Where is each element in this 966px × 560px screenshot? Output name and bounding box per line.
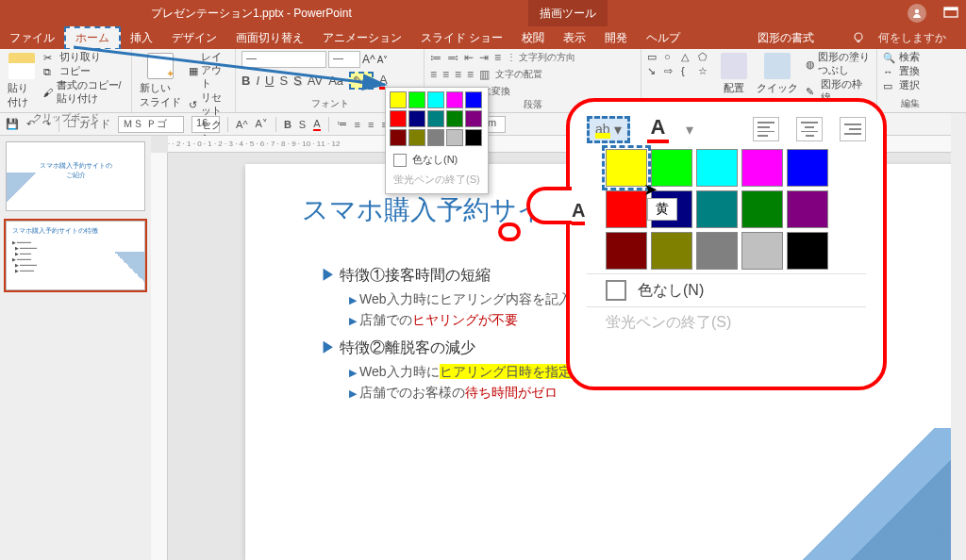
align-left-button[interactable]: ≡ xyxy=(430,68,437,81)
qat-grow-font[interactable]: A^ xyxy=(236,119,248,130)
shrink-font-icon[interactable]: A˅ xyxy=(377,55,389,65)
tab-review[interactable]: 校閲 xyxy=(512,30,554,46)
color-swatch[interactable] xyxy=(427,110,444,127)
no-color-option-zoom[interactable]: 色なし(N) xyxy=(587,273,866,306)
cut-button[interactable]: ✂切り取り xyxy=(43,51,125,64)
change-case-button[interactable]: Aa xyxy=(328,74,343,88)
color-swatch[interactable] xyxy=(390,91,407,108)
slide-thumbnail-1[interactable]: 1 スマホ購入予約サイトの ご紹介 xyxy=(6,141,145,211)
ribbon-display-icon[interactable] xyxy=(943,7,958,21)
slide-thumbnail-2[interactable]: 2 スマホ購入予約サイトの特徴 ▶ ━━━━━ ▶ ━━━━━━ ▶ ━━━━▶… xyxy=(6,221,145,290)
color-swatch[interactable] xyxy=(651,149,692,187)
stop-highlight-option[interactable]: 蛍光ペンの終了(S) xyxy=(390,170,484,189)
shape-fill-button[interactable]: ◍図形の塗りつぶし xyxy=(806,51,871,77)
color-swatch[interactable] xyxy=(408,110,425,127)
tab-view[interactable]: 表示 xyxy=(554,30,595,46)
numbering-button[interactable]: ≕ xyxy=(447,51,458,64)
format-painter-button[interactable]: 🖌書式のコピー/貼り付け xyxy=(43,79,125,106)
color-swatch[interactable] xyxy=(741,232,783,270)
color-swatch[interactable] xyxy=(696,232,738,270)
color-swatch[interactable] xyxy=(651,232,692,270)
qat-align[interactable]: ≡ xyxy=(355,119,360,130)
align-left-zoom[interactable] xyxy=(753,117,779,141)
tab-home[interactable]: ホーム xyxy=(64,26,121,50)
shapes-gallery[interactable]: ▭○△⬠ ↘⇨{☆ xyxy=(647,51,713,77)
indent-inc-button[interactable]: ⇥ xyxy=(479,51,489,64)
font-size-combo[interactable]: — xyxy=(328,51,360,68)
color-swatch[interactable] xyxy=(741,190,783,228)
color-swatch[interactable] xyxy=(427,91,444,108)
align-right-button[interactable]: ≡ xyxy=(455,68,461,81)
find-button[interactable]: 🔍検索 xyxy=(883,51,938,64)
tab-design[interactable]: デザイン xyxy=(162,30,226,46)
color-swatch[interactable] xyxy=(408,91,425,108)
tab-transitions[interactable]: 画面切り替え xyxy=(226,30,313,46)
color-swatch[interactable] xyxy=(787,232,828,270)
user-avatar-icon[interactable] xyxy=(908,4,926,23)
align-text-button[interactable]: 文字の配置 xyxy=(495,68,542,81)
tab-file[interactable]: ファイル xyxy=(0,30,64,46)
arrange-button[interactable]: 配置 xyxy=(719,51,749,97)
justify-button[interactable]: ≡ xyxy=(467,68,474,81)
color-swatch[interactable] xyxy=(787,190,828,228)
color-swatch[interactable] xyxy=(446,129,463,146)
new-slide-button[interactable]: ✦ 新しい スライド xyxy=(138,51,183,111)
align-center-zoom[interactable] xyxy=(796,117,823,141)
tab-developer[interactable]: 開発 xyxy=(595,30,637,46)
columns-button[interactable]: ▥ xyxy=(479,68,490,81)
color-swatch[interactable] xyxy=(390,129,407,146)
strike-button[interactable]: S xyxy=(279,74,288,88)
color-swatch[interactable] xyxy=(606,190,647,228)
qat-strike[interactable]: S xyxy=(299,119,306,130)
underline-button[interactable]: U xyxy=(265,74,274,88)
font-name-combo[interactable]: — xyxy=(242,51,326,68)
bold-button[interactable]: B xyxy=(242,74,250,88)
layout-button[interactable]: ▦レイアウト xyxy=(189,51,229,91)
paste-button[interactable]: 貼り付け xyxy=(6,51,38,111)
qat-shrink-font[interactable]: A˅ xyxy=(256,118,268,130)
qat-bold[interactable]: B xyxy=(284,119,291,130)
bullets-button[interactable]: ≔ xyxy=(430,51,441,64)
replace-button[interactable]: ↔置換 xyxy=(883,65,938,78)
select-button[interactable]: ▭選択 xyxy=(883,79,938,92)
color-swatch[interactable] xyxy=(465,110,482,127)
reset-button[interactable]: ↺リセット xyxy=(189,91,229,118)
stop-highlight-option-zoom[interactable]: 蛍光ペンの終了(S) xyxy=(587,306,866,338)
qat-bullets[interactable]: ≔ xyxy=(337,118,347,130)
tab-slideshow[interactable]: スライド ショー xyxy=(411,30,512,46)
color-swatch[interactable] xyxy=(408,129,425,146)
color-swatch-yellow[interactable] xyxy=(606,149,647,187)
highlight-button-zoom[interactable]: ab ▾ xyxy=(587,116,630,143)
highlight-button[interactable]: ✎▾ xyxy=(349,72,374,90)
indent-dec-button[interactable]: ⇤ xyxy=(464,51,474,64)
color-swatch[interactable] xyxy=(741,149,783,187)
align-right-zoom[interactable] xyxy=(840,117,866,141)
tell-me[interactable]: 何をしますか xyxy=(842,30,965,46)
color-swatch[interactable] xyxy=(427,129,444,146)
tab-help[interactable]: ヘルプ xyxy=(637,30,690,46)
vertical-scrollbar[interactable] xyxy=(951,113,966,560)
font-color-button-zoom[interactable]: A xyxy=(647,115,670,143)
line-spacing-button[interactable]: ≡ xyxy=(494,51,501,64)
color-swatch[interactable] xyxy=(465,129,482,146)
text-direction-button[interactable]: ⋮ 文字列の方向 xyxy=(507,51,575,64)
copy-button[interactable]: ⧉コピー xyxy=(43,65,125,78)
char-spacing-button[interactable]: AV xyxy=(308,74,323,88)
color-swatch[interactable] xyxy=(446,91,463,108)
tab-format[interactable]: 図形の書式 xyxy=(748,30,824,46)
qat-align2[interactable]: ≡ xyxy=(368,119,374,130)
color-swatch[interactable] xyxy=(606,232,647,270)
grow-font-icon[interactable]: A^ xyxy=(362,53,375,66)
color-swatch[interactable] xyxy=(696,190,738,228)
color-swatch[interactable] xyxy=(465,91,482,108)
align-center-button[interactable]: ≡ xyxy=(442,68,449,81)
italic-button[interactable]: I xyxy=(256,74,259,88)
color-swatch[interactable] xyxy=(787,149,828,187)
shadow-button[interactable]: S xyxy=(293,74,302,88)
tab-insert[interactable]: 挿入 xyxy=(121,30,162,46)
qat-font-color[interactable]: A xyxy=(313,118,320,131)
color-swatch[interactable] xyxy=(696,149,738,187)
color-swatch[interactable] xyxy=(446,110,463,127)
color-swatch[interactable] xyxy=(390,110,407,127)
tab-animations[interactable]: アニメーション xyxy=(313,30,411,46)
